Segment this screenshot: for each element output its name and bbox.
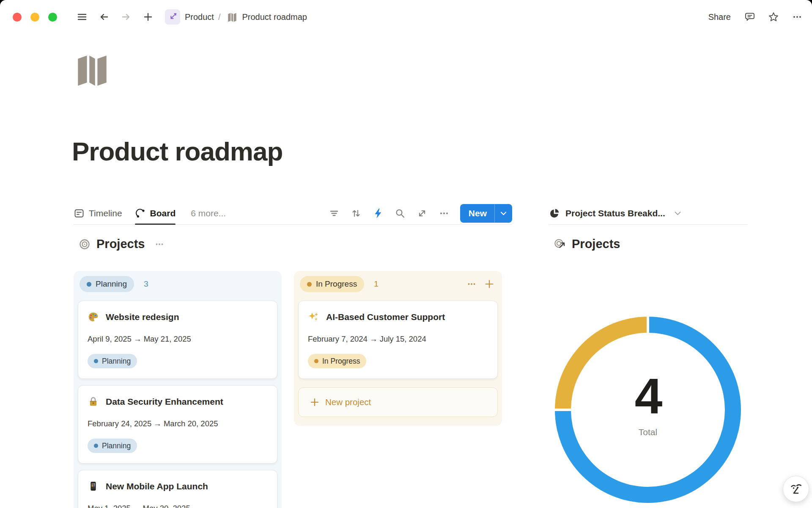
notion-ai-button[interactable] (783, 476, 809, 502)
sort-button[interactable] (348, 206, 364, 221)
chart-section-header: Projects (554, 237, 620, 251)
app-window: Product / Product roadmap Share (0, 0, 812, 508)
search-icon (394, 207, 406, 219)
filter-icon (328, 207, 340, 219)
sidebar-menu-icon[interactable] (76, 11, 88, 23)
sparkles-icon (308, 311, 319, 323)
more-views-button[interactable]: 6 more... (191, 208, 226, 218)
view-options-button[interactable] (436, 206, 452, 221)
chart-view-title[interactable]: Project Status Breakd... (565, 208, 665, 218)
expand-icon (416, 207, 428, 219)
card-dates: May 1, 2025 → May 30, 2025 (88, 504, 268, 508)
board-column-in-progress: In Progress 1 AI-Based Customer Support … (294, 271, 502, 426)
status-label: In Progress (322, 357, 360, 366)
automation-lightning-icon (372, 207, 384, 219)
page-options-button[interactable] (790, 10, 804, 24)
column-header: In Progress 1 (300, 276, 496, 292)
donut-center: 4 Total (571, 333, 725, 487)
new-tab-icon[interactable] (142, 11, 154, 23)
timeline-icon (74, 208, 85, 219)
project-card[interactable]: AI-Based Customer Support February 7, 20… (298, 301, 498, 379)
new-project-button[interactable]: New project (298, 387, 498, 417)
window-titlebar: Product / Product roadmap Share (0, 0, 812, 34)
status-pill-planning[interactable]: Planning (80, 276, 134, 292)
column-count: 1 (374, 279, 379, 289)
automation-button[interactable] (370, 206, 386, 221)
section-menu-button[interactable] (154, 239, 165, 250)
board-column-planning: Planning 3 Website redesign April 9, 202… (74, 271, 282, 508)
breadcrumb-current[interactable]: Product roadmap (242, 12, 307, 22)
dart-icon (168, 12, 177, 22)
new-dropdown-button[interactable] (495, 211, 512, 216)
project-card[interactable]: Website redesign April 9, 2025 → May 21,… (78, 301, 277, 379)
tab-board[interactable]: Board (135, 202, 176, 224)
chart-view-header: Project Status Breakd... (549, 202, 748, 225)
view-toolbar: Timeline Board 6 more... (74, 202, 512, 225)
status-dot (94, 444, 98, 448)
back-icon[interactable] (98, 11, 110, 23)
status-label: Planning (102, 357, 131, 366)
new-project-label: New project (325, 397, 371, 407)
column-count: 3 (144, 279, 148, 289)
status-dot (307, 282, 312, 287)
status-dot (314, 359, 318, 363)
close-window-button[interactable] (13, 13, 22, 22)
project-card[interactable]: Data Security Enhancement February 24, 2… (78, 385, 277, 464)
page-icon-map[interactable] (73, 50, 111, 88)
palette-icon (88, 311, 99, 323)
sort-icon (350, 207, 362, 219)
forward-icon[interactable] (120, 11, 132, 23)
lock-icon (88, 396, 99, 407)
project-card[interactable]: New Mobile App Launch May 1, 2025 → May … (78, 470, 277, 508)
status-label: Planning (96, 279, 127, 289)
breadcrumb-parent[interactable]: Product (185, 12, 214, 22)
mobile-phone-icon (88, 480, 99, 492)
tab-label: Board (150, 208, 176, 218)
card-title: AI-Based Customer Support (326, 312, 445, 322)
page-title: Product roadmap (72, 136, 283, 166)
tab-timeline[interactable]: Timeline (74, 202, 122, 224)
column-header: Planning 3 (80, 276, 276, 292)
filter-button[interactable] (326, 206, 342, 221)
favorite-button[interactable] (766, 10, 781, 24)
section-title: Projects (96, 237, 145, 251)
target-arrow-icon (554, 238, 566, 250)
search-button[interactable] (392, 206, 408, 221)
minimize-window-button[interactable] (30, 13, 39, 22)
notion-ai-face-icon (788, 481, 804, 497)
pie-chart-icon (549, 208, 560, 219)
zoom-window-button[interactable] (48, 13, 57, 22)
new-button-label: New (460, 208, 494, 218)
status-dot (94, 359, 98, 363)
board-icon (135, 208, 146, 219)
target-icon (79, 238, 91, 250)
card-title: Website redesign (106, 312, 179, 322)
breadcrumb-parent-chip[interactable] (165, 9, 180, 25)
column-options-button[interactable] (465, 277, 478, 291)
section-title: Projects (572, 237, 620, 251)
card-dates: April 9, 2025 → May 21, 2025 (88, 334, 268, 344)
card-dates: February 7, 2024 → July 15, 2024 (308, 334, 488, 344)
board-section-header: Projects (79, 237, 165, 251)
comment-icon (744, 11, 756, 23)
add-card-button[interactable] (483, 277, 496, 291)
more-icon (791, 11, 803, 23)
expand-button[interactable] (414, 206, 430, 221)
card-title: New Mobile App Launch (106, 481, 208, 491)
chevron-down-icon[interactable] (674, 211, 681, 216)
tab-label: Timeline (89, 208, 122, 218)
card-dates: February 24, 2025 → March 20, 2025 (88, 419, 268, 428)
status-dot (87, 282, 91, 287)
status-label: In Progress (316, 279, 357, 289)
donut-total-label: Total (639, 427, 657, 437)
map-icon (227, 11, 238, 22)
new-button[interactable]: New (460, 204, 512, 223)
more-icon (438, 207, 450, 219)
status-pill-in-progress[interactable]: In Progress (300, 276, 364, 292)
status-donut-chart[interactable]: 4 Total (555, 317, 741, 503)
donut-total-value: 4 (635, 371, 661, 421)
plus-icon (310, 398, 319, 407)
comments-button[interactable] (743, 10, 757, 24)
card-title: Data Security Enhancement (106, 397, 223, 407)
share-button[interactable]: Share (708, 12, 731, 22)
